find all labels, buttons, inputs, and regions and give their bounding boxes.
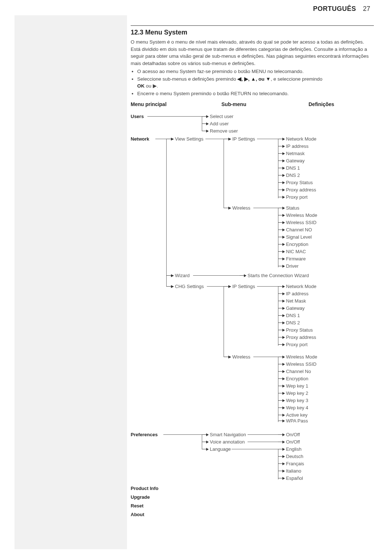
- arrow-icon: [278, 434, 285, 435]
- def-item: Proxy port: [286, 194, 307, 200]
- menu-tree-diagram: Menu principal Sub-menu Definições Users…: [131, 101, 374, 530]
- arrow-icon: [278, 371, 285, 372]
- connector: [257, 286, 278, 287]
- def-item: Firmware: [286, 256, 306, 262]
- def-item: Wep key 2: [286, 390, 308, 397]
- arrow-icon: [278, 357, 285, 357]
- sub-wireless-chg: Wireless: [232, 354, 250, 360]
- sub-ip-settings: IP Settings: [232, 136, 255, 142]
- def-item: Encryption: [286, 241, 308, 248]
- def-item: Wep key 1: [286, 383, 308, 389]
- arrow-icon: [278, 146, 285, 147]
- arrow-icon: [278, 408, 285, 408]
- instruction-list: O acesso ao menu System faz-se premindo …: [131, 68, 374, 97]
- instruction-text: Seleccione sub-menus e definições premin…: [137, 76, 237, 82]
- arrow-icon: [278, 449, 285, 450]
- instruction-item: Encerre o menu System premindo o botão R…: [137, 90, 374, 97]
- arrow-icon: [202, 442, 208, 442]
- instruction-item: O acesso ao menu System faz-se premindo …: [137, 68, 374, 75]
- arrow-icon: [278, 153, 285, 154]
- arrow-icon: [224, 208, 231, 208]
- arrow-icon: [166, 286, 173, 287]
- def-item: Wireless SSID: [286, 219, 317, 226]
- sub-voice-annotation: Voice annotation: [210, 439, 245, 445]
- arrow-icon: [278, 456, 285, 457]
- nav-arrows-glyph: ◀, ▶, ▲, ou ▼: [237, 76, 270, 82]
- def-item: DNS 2: [286, 320, 300, 326]
- def-onoff: On/Off: [286, 432, 300, 438]
- def-item: Gateway: [286, 158, 305, 164]
- arrow-icon: [278, 161, 285, 161]
- left-margin-strip: [15, 15, 127, 549]
- connector: [232, 449, 278, 450]
- connector: [166, 139, 167, 283]
- arrow-icon: [278, 259, 285, 259]
- connector: [193, 275, 240, 276]
- def-item: Network Mode: [286, 136, 317, 142]
- arrow-icon: [224, 357, 231, 357]
- col-head-main: Menu principal: [131, 101, 167, 108]
- arrow-icon: [278, 308, 285, 309]
- def-item: DNS 2: [286, 172, 300, 179]
- def-item: Encryption: [286, 376, 308, 382]
- arrow-icon: [224, 286, 231, 287]
- arrow-icon: [240, 275, 246, 276]
- connector: [253, 357, 278, 357]
- arrow-icon: [278, 478, 285, 479]
- arrow-icon: [278, 208, 285, 208]
- arrow-icon: [278, 344, 285, 345]
- arrow-icon: [278, 400, 285, 401]
- arrow-icon: [202, 434, 208, 435]
- arrow-icon: [278, 251, 285, 252]
- main-upgrade: Upgrade: [131, 494, 150, 501]
- arrow-icon: [278, 364, 285, 365]
- arrow-icon: [166, 275, 173, 276]
- def-lang: Français: [286, 461, 304, 467]
- def-lang: Español: [286, 475, 303, 482]
- connector: [224, 139, 224, 208]
- arrow-icon: [278, 168, 285, 169]
- arrow-icon: [278, 286, 285, 287]
- def-item: Proxy port: [286, 341, 307, 348]
- connector: [278, 357, 279, 422]
- arrow-icon: [278, 323, 285, 323]
- arrow-icon: [278, 222, 285, 223]
- main-preferences: Preferences: [131, 432, 158, 438]
- def-item: Proxy address: [286, 334, 316, 341]
- arrow-icon: [278, 244, 285, 245]
- arrow-icon: [278, 301, 285, 301]
- connector: [163, 434, 202, 435]
- instruction-text: ou ▶.: [144, 83, 158, 89]
- arrow-icon: [278, 330, 285, 331]
- def-item: Channel NO: [286, 227, 312, 233]
- sub-select-user: Select user: [210, 113, 233, 120]
- col-head-sub: Sub-menu: [221, 101, 246, 108]
- def-onoff: On/Off: [286, 439, 300, 445]
- arrow-icon: [202, 449, 208, 450]
- main-reset: Reset: [131, 503, 143, 509]
- main-about: About: [131, 511, 144, 518]
- arrow-icon: [278, 378, 285, 379]
- instruction-item: Seleccione sub-menus e definições premin…: [137, 76, 374, 90]
- sub-ip-settings-chg: IP Settings: [232, 283, 255, 290]
- def-item: WPA Pass: [286, 418, 308, 424]
- arrow-icon: [202, 123, 208, 124]
- arrow-icon: [278, 293, 285, 294]
- sub-wireless: Wireless: [232, 205, 250, 211]
- def-item: Proxy Status: [286, 179, 313, 186]
- arrow-icon: [202, 131, 208, 131]
- def-item: Status: [286, 205, 299, 211]
- connector: [155, 139, 166, 139]
- page: PORTUGUÊS 27 12.3 Menu System O menu Sys…: [0, 0, 392, 555]
- def-item: Network Mode: [286, 283, 317, 290]
- sub-wizard: Wizard: [175, 272, 189, 279]
- def-lang: Italiano: [286, 468, 301, 474]
- arrow-icon: [278, 421, 285, 421]
- arrow-icon: [278, 266, 285, 267]
- arrow-icon: [278, 139, 285, 139]
- arrow-icon: [278, 386, 285, 386]
- page-header: PORTUGUÊS 27: [313, 5, 370, 13]
- connector: [207, 286, 224, 287]
- main-product-info: Product Info: [131, 485, 159, 492]
- connector: [205, 139, 224, 139]
